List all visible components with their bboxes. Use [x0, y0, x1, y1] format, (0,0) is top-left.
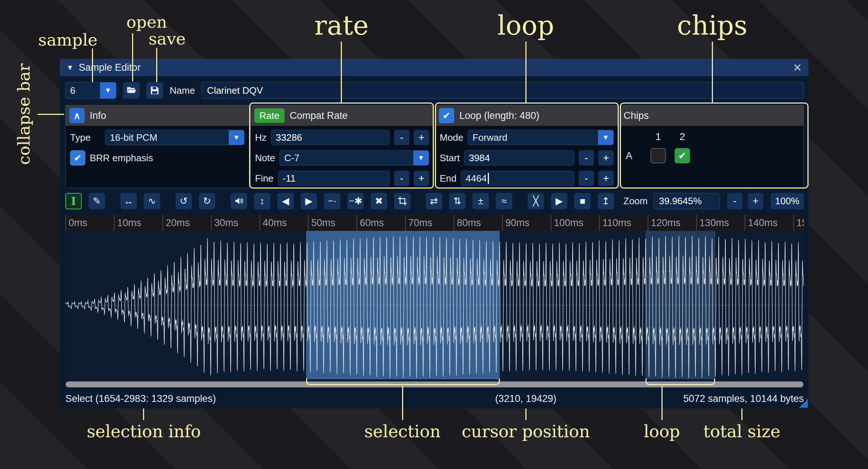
sign-button[interactable]: ±: [472, 193, 489, 209]
sample-row: 6 ▼ Name: [65, 82, 804, 99]
screenshot-root: ▼ Sample Editor ✕ 6 ▼ Name ∧ Info: [0, 0, 868, 469]
amplify-button[interactable]: [231, 193, 247, 209]
fade-out-button[interactable]: ▶: [301, 193, 317, 209]
timeline-label: 110ms: [599, 215, 631, 231]
timeline-label: 80ms: [454, 215, 481, 231]
annotation-save-label: save: [148, 29, 186, 49]
zoom-input[interactable]: [653, 193, 720, 209]
window-collapse-icon[interactable]: ▼: [66, 63, 74, 72]
timeline-label: 0ms: [65, 215, 87, 231]
zoom-in-button[interactable]: +: [748, 193, 763, 209]
name-input[interactable]: [201, 82, 804, 99]
timeline-label: 150: [793, 215, 804, 231]
annotation-selection-bracket: [306, 379, 500, 385]
apply-silence-button[interactable]: −✱: [347, 193, 364, 209]
timeline-label: 10ms: [114, 215, 141, 231]
trim-button[interactable]: [394, 193, 410, 209]
zoom-group: Zoom - + 100%: [624, 193, 804, 209]
info-panel-title: Info: [90, 110, 106, 121]
undo-button[interactable]: ↺: [175, 193, 192, 209]
annotation-total-size-line: [741, 408, 742, 420]
zoom-reset-button[interactable]: 100%: [771, 193, 804, 209]
info-panel-header: ∧ Info: [66, 105, 249, 126]
resize-button[interactable]: ↔: [120, 193, 137, 209]
upload-button[interactable]: ↥: [598, 193, 614, 209]
timeline-label: 20ms: [162, 215, 190, 231]
resize-grip[interactable]: [799, 399, 808, 408]
annotation-sample-line: [92, 49, 93, 82]
dropdown-arrow-icon[interactable]: ▼: [229, 130, 244, 145]
titlebar: ▼ Sample Editor ✕: [60, 59, 809, 76]
insert-silence-button[interactable]: −·: [324, 193, 340, 209]
brr-emphasis-checkbox[interactable]: ✔: [70, 150, 85, 166]
annotation-chips-label: chips: [677, 10, 748, 41]
resample-button[interactable]: ∿: [144, 193, 160, 209]
save-button[interactable]: [146, 82, 163, 99]
normalize-button[interactable]: ↕: [254, 193, 270, 209]
annotation-selection-info-line: [143, 408, 144, 420]
zoom-label: Zoom: [624, 195, 648, 207]
annotation-cursor-line: [525, 408, 526, 420]
annotation-loop-bottom-line: [661, 386, 663, 420]
annotation-selection-line: [402, 386, 403, 420]
total-size-text: 5072 samples, 10144 bytes: [683, 391, 804, 407]
annotation-sample-label: sample: [38, 30, 97, 50]
timeline-label: 140ms: [745, 215, 778, 231]
selection-info-text: Select (1654-2983: 1329 samples): [65, 391, 216, 407]
sample-number-value: 6: [66, 82, 100, 98]
annotation-collapse-line: [38, 114, 64, 115]
waveform-canvas[interactable]: [65, 231, 804, 379]
type-label: Type: [70, 132, 101, 143]
filter-button[interactable]: ≈: [496, 193, 512, 209]
annotation-loop-line: [525, 42, 526, 102]
annotation-collapse-bar-label: collapse bar: [14, 63, 34, 165]
annotation-total-size-label: total size: [703, 422, 780, 441]
annotation-loop-bracket: [645, 379, 715, 385]
toolbar: I✎↔∿↺↻↕◀▶−·−✱✖⇄⇅±≈╳▶■↥ Zoom - + 100%: [65, 193, 804, 209]
reverse-button[interactable]: ⇄: [426, 193, 442, 209]
window-title: Sample Editor: [79, 62, 141, 73]
fade-in-button[interactable]: ◀: [277, 193, 294, 209]
timeline-label: 70ms: [405, 215, 432, 231]
draw-button[interactable]: ✎: [89, 193, 105, 209]
open-button[interactable]: [123, 82, 140, 99]
invert-button[interactable]: ⇅: [449, 193, 466, 209]
timeline-label: 100ms: [551, 215, 583, 231]
timeline-label: 60ms: [356, 215, 384, 231]
timeline-label: 30ms: [211, 215, 238, 231]
annotation-selection-info-label: selection info: [87, 422, 201, 441]
folder-open-icon: [126, 85, 136, 96]
timeline-ruler: 0ms10ms20ms30ms40ms50ms60ms70ms80ms90ms1…: [65, 215, 804, 231]
type-dropdown[interactable]: 16-bit PCM ▼: [105, 130, 244, 145]
collapse-chevron-icon[interactable]: ∧: [69, 108, 85, 123]
annotation-rate-box: [249, 102, 434, 189]
annotation-loop-box: [435, 102, 619, 189]
timeline-label: 120ms: [648, 215, 680, 231]
sample-number-dropdown[interactable]: 6 ▼: [65, 82, 116, 99]
annotation-rate-label: rate: [315, 10, 369, 41]
crossfade-button[interactable]: ╳: [528, 193, 544, 209]
annotation-rate-line: [341, 42, 342, 102]
annotation-chips-line: [712, 42, 713, 102]
zoom-out-button[interactable]: -: [727, 193, 742, 209]
redo-button[interactable]: ↻: [199, 193, 215, 209]
annotation-open-line: [132, 33, 133, 81]
stop-preview-button[interactable]: ■: [574, 193, 591, 209]
status-bar: Select (1654-2983: 1329 samples) (3210, …: [65, 391, 804, 407]
info-panel: ∧ Info Type 16-bit PCM ▼ ✔ BRR emphasis: [65, 105, 249, 188]
name-label: Name: [170, 85, 195, 96]
annotation-loop-bottom-label: loop: [644, 422, 680, 441]
preview-button[interactable]: ▶: [551, 193, 567, 209]
cursor-position-text: (3210, 19429): [495, 391, 556, 407]
timeline-label: 130ms: [696, 215, 729, 231]
annotation-cursor-position-label: cursor position: [462, 422, 590, 441]
edit-mode-button[interactable]: I: [65, 193, 82, 209]
toolbar-buttons: I✎↔∿↺↻↕◀▶−·−✱✖⇄⇅±≈╳▶■↥: [65, 193, 614, 209]
timeline-label: 50ms: [308, 215, 335, 231]
close-icon[interactable]: ✕: [793, 61, 802, 74]
timeline-label: 90ms: [502, 215, 529, 231]
timeline-label: 40ms: [259, 215, 287, 231]
dropdown-arrow-icon[interactable]: ▼: [100, 82, 116, 98]
annotation-save-line: [156, 48, 157, 82]
delete-button[interactable]: ✖: [371, 193, 387, 209]
